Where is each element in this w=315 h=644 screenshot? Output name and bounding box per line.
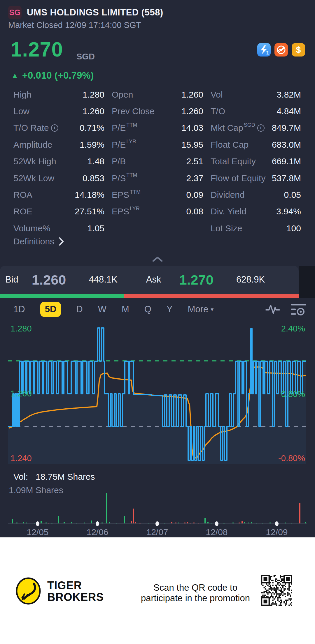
stat-label-sup: TTM [126,122,137,128]
flash-order-icon[interactable]: 1 [257,43,271,57]
info-icon[interactable]: i [51,124,58,132]
stat-label-text: Amplitude [13,140,52,150]
last-price: 1.270 [10,38,63,61]
bid-ask-side-notch[interactable] [299,266,315,298]
stat-value: 0.853 [83,173,104,183]
date-tick-dot [215,521,218,526]
stat-value: 2.37 [186,173,203,183]
stat-label: Div. Yield [211,207,246,216]
stat-label: Total Equity [211,156,256,166]
stats-cell: Prev Close1.260 [112,103,203,119]
stat-label: Vol [211,90,223,100]
stat-label-text: Low [13,106,29,116]
stat-label-sup: SGD [244,122,255,128]
stat-label-text: Open [112,90,133,100]
stats-cell: Dividend0.05 [211,186,301,203]
tab-w[interactable]: W [98,304,106,315]
stats-cell: High1.280 [13,86,104,103]
volume-header-label: Vol: [13,472,28,482]
stat-value: 0.05 [284,190,301,200]
stats-cell: Total Equity669.1M [211,153,301,170]
stat-value: 4.84M [277,106,301,116]
stat-label: Open [112,90,133,100]
stat-value: 1.280 [83,90,104,100]
chart-settings-icon[interactable] [291,303,306,316]
stat-label-text: Total Equity [211,156,256,166]
stat-label: Mkt CapSGDi [211,123,265,133]
stat-label-text: P/E [112,123,126,133]
promo-line1: Scan the QR code to [134,583,257,593]
bid-label: Bid [5,274,18,285]
stat-label-text: Dividend [211,190,245,200]
volume-header-value: 18.75M Shares [36,472,95,482]
stats-cell: 52Wk High1.48 [13,153,104,170]
market-status: Market Closed 12/09 17:14:00 SGT [8,20,141,30]
tab-y[interactable]: Y [167,304,173,315]
date-label: 12/08 [206,527,228,537]
collapse-chevron-icon[interactable] [152,256,163,262]
chart-tool-icons [265,303,306,316]
stat-label: Dividend [211,190,245,200]
promo-line2: participate in the promotion [134,593,257,604]
tab-1d[interactable]: 1D [13,304,25,315]
no-short-sell-icon[interactable] [274,43,288,57]
definitions-link[interactable]: Definitions [13,237,64,246]
stat-label: EPSTTM [112,190,141,200]
stat-label-text: P/S [112,173,126,183]
stats-cell: Amplitude1.59% [13,136,104,153]
tab-d[interactable]: D [76,304,83,315]
stat-label-text: EPS [112,207,129,216]
stats-cell [112,220,203,237]
stats-grid: High1.280Open1.260Vol3.82MLow1.260Prev C… [13,86,301,237]
stat-label-sup: LYR [130,206,140,212]
stat-label: Float Cap [211,140,249,150]
stats-cell: Low1.260 [13,103,104,119]
volume-scale-label: 1.09M Shares [9,485,63,495]
stats-cell: ROE27.51% [13,203,104,220]
stats-cell: P/STTM2.37 [112,170,203,186]
stat-value: 100 [286,223,301,233]
stats-cell: Mkt CapSGDi849.7M [211,120,301,136]
tab-5d[interactable]: 5D [40,302,61,317]
bid-ratio-bar [0,294,124,298]
stat-value: 2.51 [186,156,203,166]
promo-text: Scan the QR code to participate in the p… [134,583,257,604]
stat-label-sup: TTM [126,172,137,178]
brand-name: TIGER BROKERS [47,580,104,603]
stat-value: 0.09 [186,190,203,200]
rewards-icon[interactable]: $ [292,43,305,57]
page-title: UMS HOLDINGS LIMITED (558) [27,7,163,18]
volume-bar [58,516,59,524]
change-text: +0.010 (+0.79%) [22,70,94,81]
tab-more[interactable]: More▾ [188,304,214,315]
stat-label-sup: LYR [126,139,136,145]
bid-ask-row[interactable]: Bid 1.260 448.1K Ask 1.270 628.9K [0,269,299,290]
volume-bar [41,521,42,524]
stats-cell: EPSTTM0.09 [112,186,203,203]
exchange-badge-label: SG [9,8,20,17]
chart-canvas[interactable]: 12/0512/0612/0712/0812/09 [0,320,315,537]
stat-label: EPSLYR [112,207,140,216]
stat-value: 0.71% [80,123,104,133]
stat-value: 1.48 [88,156,104,166]
volume-bar [131,521,132,524]
stat-label-text: Mkt Cap [211,123,243,133]
stat-label-text: T/O [211,106,225,116]
stat-value: 27.51% [75,207,104,216]
info-icon[interactable]: i [257,124,265,132]
indicator-line-icon[interactable] [265,304,280,315]
stats-cell: Volume%1.05 [13,220,104,237]
stat-label-text: P/B [112,156,126,166]
stat-label: High [13,90,32,100]
stat-label-text: T/O Rate [13,123,49,133]
quick-action-icons: 1 $ [257,43,305,57]
stats-cell: Lot Size100 [211,220,301,237]
brand-line1: TIGER [47,580,104,591]
date-label: 12/09 [266,527,288,537]
more-label: More [188,304,209,315]
stat-label: T/O [211,106,225,116]
tab-q[interactable]: Q [144,304,151,315]
stat-label-text: Volume% [13,223,50,233]
stat-value: 683.0M [272,140,301,150]
tab-m[interactable]: M [122,304,129,315]
